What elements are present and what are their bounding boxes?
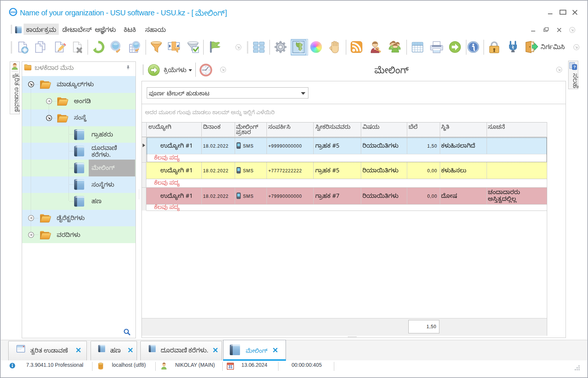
- svg-text:?: ?: [573, 65, 576, 69]
- svg-text:31: 31: [228, 365, 233, 369]
- svg-text:usu: usu: [10, 10, 16, 14]
